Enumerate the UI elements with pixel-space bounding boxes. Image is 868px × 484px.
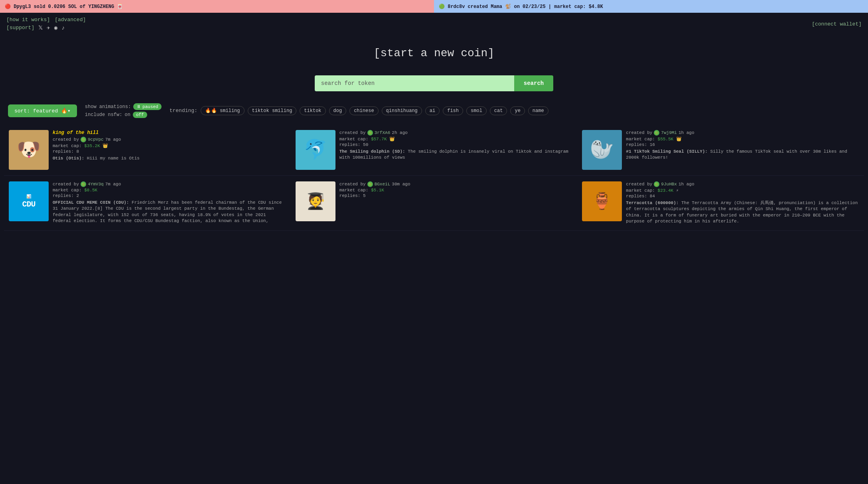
- market-cap-value: $5.1K: [371, 188, 384, 193]
- hero-section: [start a new coin]: [0, 35, 868, 67]
- coins-grid: 🐶 king of the hill created by 🟢 9cpVpc 7…: [0, 124, 868, 231]
- coin-card-1[interactable]: 🐶 king of the hill created by 🟢 9cpVpc 7…: [4, 124, 291, 176]
- king-badge: king of the hill: [53, 130, 286, 136]
- nsfw-on-text: on: [124, 112, 130, 118]
- username: BGxeiL: [375, 182, 391, 187]
- nav: [how it works] [advanced] [support] 𝕏 ✈ …: [0, 13, 868, 35]
- replies: replies: 16: [626, 142, 859, 147]
- created-by: created by 🟢 7wj9Mi 1h ago: [626, 130, 859, 136]
- time-ago: 7m ago: [105, 182, 121, 187]
- avatar: 🟢: [81, 137, 86, 142]
- username: 9JuHBx: [661, 182, 677, 187]
- ticker-bar: 🔴 DpygL3 sold 0.0206 SOL of YINGZHENG 🀄 …: [0, 0, 868, 13]
- how-it-works-link[interactable]: [how it works]: [6, 17, 50, 23]
- avatar: 🟢: [654, 130, 659, 136]
- coin-card-3[interactable]: 🦭 created by 🟢 7wj9Mi 1h ago market cap:…: [577, 124, 864, 176]
- coin-info: created by 🟢 7wj9Mi 1h ago market cap: $…: [626, 130, 859, 170]
- animations-section: show animations: ⏸ paused include nsfw: …: [85, 103, 162, 118]
- replies: replies: 84: [626, 194, 859, 199]
- coin-desc: OFFICIAL CDU MEME COIN (CDU): Friedrich …: [53, 200, 286, 224]
- username: 9cpVpc: [88, 137, 104, 142]
- market-cap-value: $8.5K: [84, 188, 97, 193]
- coin-card-5[interactable]: 🧑‍🎓 created by 🟢 BGxeiL 30m ago market c…: [291, 176, 578, 231]
- market-cap-icon: 👑: [389, 137, 395, 142]
- hero-title: [start a new coin]: [0, 47, 868, 59]
- replies: replies: 8: [53, 149, 286, 154]
- pause-icon: ⏸: [136, 104, 141, 109]
- trending-tag-2[interactable]: tiktok: [300, 106, 326, 115]
- coin-desc: #1 TikTok Smiling Seal (SILLY): Silly th…: [626, 149, 859, 161]
- x-icon[interactable]: 𝕏: [38, 24, 43, 31]
- market-cap-icon: ⚡: [676, 188, 679, 193]
- connect-wallet-button[interactable]: [connect wallet]: [812, 21, 862, 27]
- nav-links-bottom: [support] 𝕏 ✈ ◉ ♪: [6, 24, 86, 31]
- username: 4YmV3q: [88, 182, 104, 187]
- nsfw-row: include nsfw: on off: [85, 112, 162, 118]
- avatar: 🟢: [81, 181, 86, 187]
- trending-tag-1[interactable]: tiktok smiling: [248, 106, 297, 115]
- created-by: created by 🟢 4YmV3q 7m ago: [53, 181, 286, 187]
- trending-tag-11[interactable]: name: [528, 106, 548, 115]
- replies: replies: 2: [53, 193, 286, 198]
- created-by: created by 🟢 BGxeiL 30m ago: [339, 181, 573, 187]
- trending-tag-7[interactable]: fish: [443, 106, 463, 115]
- trending-tag-4[interactable]: chinese: [349, 106, 378, 115]
- tiktok-icon[interactable]: ♪: [61, 25, 65, 31]
- coin-info: created by 🟢 9JuHBx 1h ago market cap: $…: [626, 181, 859, 225]
- time-ago: 30m ago: [392, 182, 410, 187]
- coin-card-2[interactable]: 🐬 created by 🟢 3rfXA6 2h ago market cap:…: [291, 124, 578, 176]
- advanced-link[interactable]: [advanced]: [55, 17, 86, 23]
- ticker-right: 🟢 8rdc8v created Mama 🐒 on 02/23/25 | ma…: [434, 0, 868, 13]
- time-ago: 1h ago: [679, 182, 694, 187]
- market-cap: market cap: $8.5K: [53, 188, 286, 193]
- market-cap-icon: 👑: [103, 144, 108, 148]
- coin-card-6[interactable]: 🏺 created by 🟢 9JuHBx 1h ago market cap:…: [577, 176, 864, 231]
- coin-desc: The Smiling dolphin (SD): The smiling do…: [339, 149, 573, 161]
- trending-tag-9[interactable]: cat: [490, 106, 507, 115]
- coin-info: king of the hill created by 🟢 9cpVpc 7m …: [53, 130, 286, 170]
- trending-tag-10[interactable]: ye: [510, 106, 525, 115]
- search-input[interactable]: [315, 75, 514, 91]
- avatar: 🟢: [654, 181, 659, 187]
- time-ago: 2h ago: [392, 130, 408, 135]
- search-section: search: [0, 75, 868, 91]
- created-by: created by 🟢 3rfXA6 2h ago: [339, 130, 573, 136]
- trending-tag-3[interactable]: dog: [329, 106, 347, 115]
- paused-badge[interactable]: ⏸ paused: [133, 103, 162, 110]
- coin-info: created by 🟢 4YmV3q 7m ago market cap: $…: [53, 181, 286, 225]
- market-cap-value: $23.4K: [658, 188, 674, 193]
- instagram-icon[interactable]: ◉: [54, 24, 57, 31]
- ticker-left: 🔴 DpygL3 sold 0.0206 SOL of YINGZHENG 🀄: [0, 0, 434, 13]
- created-by: created by 🟢 9JuHBx 1h ago: [626, 181, 859, 187]
- avatar: 🟢: [367, 181, 373, 187]
- trending-tag-0[interactable]: 🔥🔥 smiling: [201, 106, 245, 115]
- search-button[interactable]: search: [514, 75, 553, 91]
- replies: replies: 5: [339, 193, 573, 198]
- coin-card-4[interactable]: 📊 CDU created by 🟢 4YmV3q 7m ago market …: [4, 176, 291, 231]
- animations-row: show animations: ⏸ paused: [85, 103, 162, 110]
- trending-tag-8[interactable]: smol: [466, 106, 487, 115]
- market-cap: market cap: $55.5K 👑: [626, 136, 859, 142]
- trending-tag-6[interactable]: ai: [425, 106, 440, 115]
- support-link[interactable]: [support]: [6, 25, 34, 31]
- coin-info: created by 🟢 3rfXA6 2h ago market cap: $…: [339, 130, 573, 170]
- animations-label: show animations:: [85, 104, 131, 110]
- market-cap-value: $55.5K: [658, 137, 674, 142]
- telegram-icon[interactable]: ✈: [47, 24, 50, 31]
- ticker-left-text: 🔴 DpygL3 sold 0.0206 SOL of YINGZHENG 🀄: [5, 4, 123, 10]
- paused-text: paused: [142, 104, 158, 109]
- created-by: created by 🟢 9cpVpc 7m ago: [53, 137, 286, 142]
- sort-button[interactable]: sort: featured 🔥▾: [8, 104, 77, 117]
- nsfw-label: include nsfw:: [85, 112, 122, 118]
- market-cap: market cap: $35.2K 👑: [53, 143, 286, 148]
- market-cap: market cap: $57.7K 👑: [339, 136, 573, 142]
- trending-tag-5[interactable]: qinshihuang: [382, 106, 422, 115]
- nsfw-off-badge[interactable]: off: [133, 112, 147, 118]
- market-cap: market cap: $5.1K: [339, 188, 573, 193]
- trending-section: trending: 🔥🔥 smiling tiktok smiling tikt…: [170, 106, 860, 115]
- time-ago: 7m ago: [105, 137, 121, 142]
- controls-bar: sort: featured 🔥▾ show animations: ⏸ pau…: [0, 103, 868, 124]
- nav-left: [how it works] [advanced] [support] 𝕏 ✈ …: [6, 17, 86, 31]
- username: 3rfXA6: [375, 130, 391, 135]
- nav-links-top: [how it works] [advanced]: [6, 17, 86, 23]
